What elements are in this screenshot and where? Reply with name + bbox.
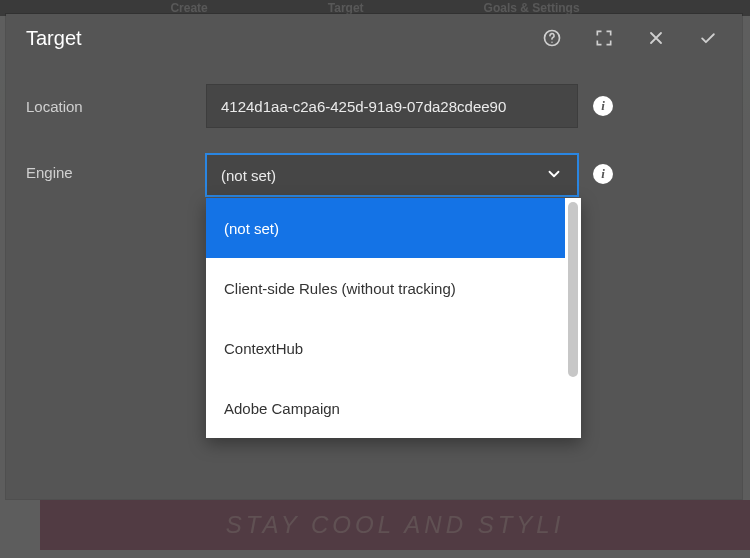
dropdown-scrollbar[interactable] — [565, 198, 581, 438]
confirm-button[interactable] — [686, 16, 730, 60]
help-button[interactable] — [530, 16, 574, 60]
svg-point-1 — [551, 41, 553, 42]
check-icon — [698, 28, 718, 48]
scroll-thumb[interactable] — [568, 202, 578, 377]
engine-selected-value: (not set) — [221, 167, 276, 184]
info-icon: i — [601, 166, 605, 182]
close-button[interactable] — [634, 16, 678, 60]
dialog-actions — [530, 16, 730, 60]
engine-option-not-set[interactable]: (not set) — [206, 198, 565, 258]
row-location: Location i — [26, 84, 722, 128]
location-field-wrap — [206, 84, 578, 128]
dialog-title: Target — [26, 27, 530, 50]
engine-option-contexthub[interactable]: ContextHub — [206, 318, 565, 378]
engine-field-wrap: (not set) (not set) Client-side Rules (w… — [206, 154, 578, 196]
help-icon — [542, 28, 562, 48]
fullscreen-icon — [594, 28, 614, 48]
fullscreen-button[interactable] — [582, 16, 626, 60]
engine-option-list: (not set) Client-side Rules (without tra… — [206, 198, 565, 438]
engine-info-icon[interactable]: i — [593, 164, 613, 184]
engine-option-adobe-campaign[interactable]: Adobe Campaign — [206, 378, 565, 438]
chevron-down-icon — [545, 165, 563, 186]
engine-label: Engine — [26, 154, 206, 181]
row-engine: Engine (not set) (not set) Client-side R… — [26, 154, 722, 196]
engine-select[interactable]: (not set) — [206, 154, 578, 196]
close-icon — [646, 28, 666, 48]
dialog-form: Location i Engine (not set) — [6, 62, 742, 196]
location-input[interactable] — [206, 84, 578, 128]
target-dialog: Target — [6, 14, 742, 499]
location-info-icon[interactable]: i — [593, 96, 613, 116]
location-label: Location — [26, 98, 206, 115]
engine-dropdown: (not set) Client-side Rules (without tra… — [206, 198, 581, 438]
engine-option-client-side[interactable]: Client-side Rules (without tracking) — [206, 258, 565, 318]
info-icon: i — [601, 98, 605, 114]
dialog-titlebar: Target — [6, 14, 742, 62]
